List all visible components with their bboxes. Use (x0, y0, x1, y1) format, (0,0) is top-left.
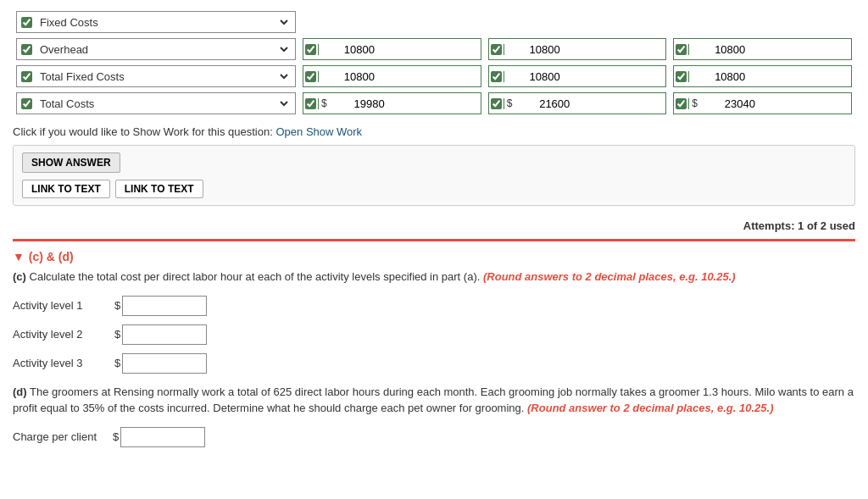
section-c-description: Calculate the total cost per direct labo… (30, 270, 481, 283)
overhead-val1-input[interactable] (319, 43, 378, 56)
answer-box: SHOW ANSWER LINK TO TEXT LINK TO TEXT (13, 145, 855, 206)
activity-level-1-input[interactable] (122, 296, 207, 316)
activity-level-3-input[interactable] (122, 353, 207, 374)
overhead-val1-group (303, 38, 481, 60)
total-fixed-checkbox[interactable] (21, 71, 32, 82)
activity-level-1-row: Activity level 1 $ (13, 296, 855, 316)
overhead-val1-checkbox[interactable] (305, 44, 316, 55)
activity-level-2-dollar: $ (114, 328, 120, 341)
collapse-arrow-icon[interactable]: ▼ (13, 250, 25, 263)
total-costs-select[interactable]: Total Costs (36, 97, 291, 111)
overhead-select[interactable]: Overhead (36, 42, 291, 57)
charge-dollar-sign: $ (113, 430, 119, 443)
link-to-text-button-2[interactable]: LINK TO TEXT (115, 180, 203, 198)
dollar-sign-3: $ (689, 97, 699, 109)
section-cd-title: (c) & (d) (29, 250, 74, 263)
activity-level-2-label: Activity level 2 (13, 328, 114, 341)
overhead-val3-group (673, 38, 852, 60)
page-wrapper: Fixed Costs Overhead (0, 0, 868, 499)
total-costs-val3-group: $ (673, 92, 852, 114)
link-to-text-button-1[interactable]: LINK TO TEXT (22, 180, 110, 198)
show-work-prompt: Click if you would like to Show Work for… (13, 125, 273, 138)
charge-per-client-label: Charge per client (13, 430, 106, 443)
activity-level-2-input[interactable] (122, 324, 207, 345)
fixed-costs-label-box: Fixed Costs (16, 11, 296, 33)
table-row-overhead: Overhead (13, 36, 855, 63)
activity-level-1-input-group: $ (114, 296, 207, 316)
show-answer-button[interactable]: SHOW ANSWER (22, 152, 120, 173)
charge-per-client-input[interactable] (120, 427, 205, 447)
total-costs-val3-checkbox[interactable] (676, 98, 687, 109)
total-fixed-val2-input[interactable] (504, 70, 564, 83)
total-costs-checkbox[interactable] (21, 98, 32, 109)
overhead-val3-checkbox[interactable] (676, 44, 687, 55)
fixed-costs-checkbox[interactable] (21, 17, 32, 28)
overhead-val2-group (488, 38, 667, 60)
fixed-costs-select[interactable]: Fixed Costs (36, 15, 291, 30)
overhead-checkbox[interactable] (21, 44, 32, 55)
total-costs-val2-group: $ (488, 92, 667, 114)
section-d-text: (d) The groomers at Rensing normally wor… (13, 384, 855, 417)
activity-level-3-dollar: $ (114, 357, 120, 369)
open-show-work-link[interactable]: Open Show Work (275, 125, 362, 138)
section-c-text: (c) Calculate the total cost per direct … (13, 269, 855, 286)
overhead-label-box: Overhead (16, 38, 296, 60)
total-fixed-val3-group (673, 65, 852, 87)
dollar-sign-1: $ (319, 97, 329, 109)
total-fixed-val2-checkbox[interactable] (491, 71, 502, 82)
activity-level-1-dollar: $ (114, 299, 120, 312)
section-c-rounding: (Round answers to 2 decimal places, e.g.… (483, 270, 736, 283)
cost-table: Fixed Costs Overhead (13, 8, 855, 117)
charge-per-client-row: Charge per client $ (13, 427, 855, 447)
attempts-row: Attempts: 1 of 2 used (13, 214, 855, 237)
section-c-label: (c) (13, 270, 26, 283)
link-buttons: LINK TO TEXT LINK TO TEXT (22, 180, 846, 198)
total-costs-val1-group: $ (303, 92, 481, 114)
section-cd: ▼ (c) & (d) (c) Calculate the total cost… (13, 239, 855, 447)
total-fixed-label-box: Total Fixed Costs (16, 65, 296, 87)
total-costs-label-box: Total Costs (16, 92, 296, 114)
overhead-val2-checkbox[interactable] (491, 44, 502, 55)
dollar-sign-2: $ (504, 97, 515, 109)
total-fixed-val1-checkbox[interactable] (305, 71, 316, 82)
section-header: ▼ (c) & (d) (13, 250, 855, 263)
activity-level-3-row: Activity level 3 $ (13, 353, 855, 374)
total-costs-val1-checkbox[interactable] (305, 98, 316, 109)
total-costs-val3-input[interactable] (699, 97, 759, 110)
total-fixed-val3-input[interactable] (689, 70, 748, 83)
activity-level-3-input-group: $ (114, 353, 207, 374)
activity-level-1-label: Activity level 1 (13, 299, 114, 312)
total-costs-val2-checkbox[interactable] (491, 98, 502, 109)
table-row: Fixed Costs (13, 8, 855, 36)
table-row-total-fixed: Total Fixed Costs (13, 63, 855, 90)
total-fixed-val2-group (488, 65, 667, 87)
overhead-val2-input[interactable] (504, 43, 564, 56)
section-d-label: (d) (13, 385, 27, 398)
activity-level-2-row: Activity level 2 $ (13, 324, 855, 345)
table-row-total-costs: Total Costs $ $ (13, 90, 855, 117)
total-fixed-val3-checkbox[interactable] (676, 71, 687, 82)
activity-level-2-input-group: $ (114, 324, 207, 345)
total-fixed-select[interactable]: Total Fixed Costs (36, 69, 291, 84)
section-d-rounding: (Round answer to 2 decimal places, e.g. … (527, 402, 773, 414)
show-work-row: Click if you would like to Show Work for… (13, 125, 855, 138)
total-fixed-val1-input[interactable] (319, 70, 378, 83)
activity-level-3-label: Activity level 3 (13, 357, 114, 369)
overhead-val3-input[interactable] (689, 43, 748, 56)
attempts-text: Attempts: 1 of 2 used (743, 219, 855, 232)
total-fixed-val1-group (303, 65, 481, 87)
total-costs-val1-input[interactable] (329, 97, 388, 110)
total-costs-val2-input[interactable] (514, 97, 573, 110)
charge-per-client-input-group: $ (113, 427, 205, 447)
